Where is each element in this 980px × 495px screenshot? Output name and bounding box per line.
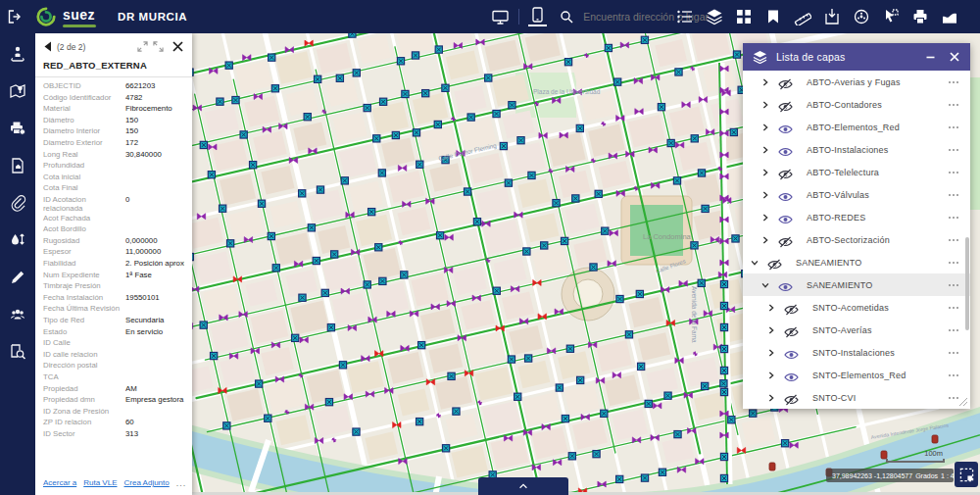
chevron-right-icon[interactable]	[760, 212, 771, 223]
action-link[interactable]: Crea Adjunto	[123, 478, 169, 487]
layer-row[interactable]: SANEAMIENTO	[743, 251, 970, 273]
resize-handle-icon[interactable]	[958, 397, 968, 407]
layer-row[interactable]: ABTO-Contadores	[743, 93, 970, 116]
more-actions-icon[interactable]: ...	[176, 481, 187, 485]
layer-menu-icon[interactable]	[949, 239, 958, 241]
field-label: Tipo de Red	[43, 316, 125, 324]
close-icon[interactable]	[949, 51, 960, 63]
attribute-table-tab[interactable]	[478, 477, 568, 495]
layer-menu-icon[interactable]	[949, 149, 958, 151]
layer-row[interactable]: ABTO-Válvulas	[743, 183, 970, 206]
layer-row[interactable]: SANEAMIENTO	[743, 273, 970, 296]
layer-menu-icon[interactable]	[949, 194, 958, 196]
layer-menu-icon[interactable]	[949, 81, 958, 83]
dock-arrows-icon[interactable]	[137, 41, 164, 52]
layer-menu-icon[interactable]	[949, 329, 958, 331]
layer-row[interactable]: SNTO-Averías	[743, 319, 970, 341]
export-map-icon[interactable]	[822, 8, 841, 26]
print-session-icon[interactable]	[9, 120, 27, 138]
chevron-right-icon[interactable]	[760, 122, 771, 133]
measure-icon[interactable]	[793, 8, 811, 26]
profile-chart-icon[interactable]	[940, 8, 958, 26]
chevron-right-icon[interactable]	[765, 370, 777, 381]
bookmark-icon[interactable]	[763, 8, 782, 26]
layer-menu-icon[interactable]	[949, 262, 958, 264]
chevron-right-icon[interactable]	[760, 76, 771, 88]
eye-icon[interactable]	[778, 279, 793, 291]
eye-off-icon[interactable]	[784, 302, 799, 314]
eye-icon[interactable]	[784, 370, 799, 381]
layer-row[interactable]: SNTO-Instalaciones	[743, 341, 970, 364]
chevron-right-icon[interactable]	[760, 144, 771, 156]
action-link[interactable]: Acercar a	[43, 478, 76, 487]
report-icon[interactable]	[9, 157, 27, 175]
eye-icon[interactable]	[778, 122, 793, 133]
palette-icon[interactable]	[852, 8, 870, 26]
print-icon[interactable]	[910, 8, 929, 26]
layer-row[interactable]: ABTO-Telelectura	[743, 161, 970, 183]
minimize-icon[interactable]	[925, 52, 936, 63]
desktop-icon[interactable]	[491, 8, 510, 26]
streetview-icon[interactable]	[9, 45, 27, 64]
layer-row[interactable]: ABTO-Instalaciones	[743, 138, 970, 161]
layer-row[interactable]: ABTO-Averias y Fugas	[743, 71, 970, 93]
eye-off-icon[interactable]	[778, 167, 793, 178]
eye-off-icon[interactable]	[778, 76, 793, 88]
layers-icon[interactable]	[705, 8, 723, 26]
chevron-right-icon[interactable]	[765, 324, 777, 336]
attachments-icon[interactable]	[9, 194, 27, 213]
coordinate-bar[interactable]: 37,98942263 -1,12804577 Grados 1 : 4.514	[826, 469, 954, 482]
action-link[interactable]: Ruta VLE	[83, 478, 117, 487]
chevron-right-icon[interactable]	[760, 234, 771, 246]
eye-off-icon[interactable]	[767, 257, 782, 269]
chevron-down-icon[interactable]	[749, 257, 760, 269]
select-icon[interactable]	[881, 8, 900, 26]
layer-menu-icon[interactable]	[949, 307, 958, 309]
edit-icon[interactable]	[9, 269, 27, 287]
map-location-icon[interactable]	[9, 82, 27, 101]
layer-menu-icon[interactable]	[949, 217, 958, 219]
water-flow-icon[interactable]	[9, 231, 27, 250]
layer-row[interactable]: ABTO-Elementos_Red	[743, 116, 970, 138]
layer-row[interactable]: SNTO-Elementos_Red	[743, 364, 970, 386]
layer-menu-icon[interactable]	[949, 172, 958, 173]
map-label: Plaza de la Universidad	[533, 88, 601, 95]
prev-feature-icon[interactable]	[43, 41, 53, 52]
groups-icon[interactable]	[9, 306, 27, 324]
mobile-icon[interactable]	[528, 8, 547, 26]
layer-menu-icon[interactable]	[949, 352, 958, 354]
scrollbar[interactable]	[965, 237, 969, 330]
layer-row[interactable]: ABTO-REDES	[743, 206, 970, 228]
layer-row[interactable]: ABTO-Sectorización	[743, 228, 970, 251]
layer-menu-icon[interactable]	[949, 374, 958, 376]
layer-row[interactable]: SNTO-Acometidas	[743, 296, 970, 319]
layer-menu-icon[interactable]	[949, 397, 958, 399]
eye-icon[interactable]	[778, 189, 793, 201]
chevron-right-icon[interactable]	[765, 392, 777, 404]
chevron-right-icon[interactable]	[760, 99, 771, 111]
query-icon[interactable]	[9, 343, 27, 362]
layer-menu-icon[interactable]	[949, 104, 958, 106]
layer-menu-icon[interactable]	[949, 126, 958, 128]
close-icon[interactable]	[172, 40, 184, 53]
field-row: ZP ID relacion60	[43, 418, 184, 429]
search-icon[interactable]	[557, 8, 575, 26]
chevron-right-icon[interactable]	[760, 167, 771, 178]
eye-off-icon[interactable]	[784, 392, 799, 404]
layer-menu-icon[interactable]	[949, 284, 958, 286]
exit-icon[interactable]	[0, 9, 29, 25]
overview-map-button[interactable]	[955, 462, 978, 487]
layer-row[interactable]: SNTO-CVI	[743, 386, 970, 409]
basemap-icon[interactable]	[734, 8, 753, 26]
eye-icon[interactable]	[784, 347, 799, 359]
chevron-right-icon[interactable]	[765, 347, 777, 359]
eye-off-icon[interactable]	[778, 99, 793, 111]
chevron-right-icon[interactable]	[765, 302, 777, 314]
chevron-down-icon[interactable]	[760, 279, 771, 291]
eye-off-icon[interactable]	[778, 234, 793, 246]
eye-icon[interactable]	[778, 212, 793, 223]
eye-icon[interactable]	[778, 144, 793, 156]
legend-icon[interactable]	[675, 8, 694, 26]
chevron-right-icon[interactable]	[760, 189, 771, 201]
eye-off-icon[interactable]	[784, 324, 799, 336]
